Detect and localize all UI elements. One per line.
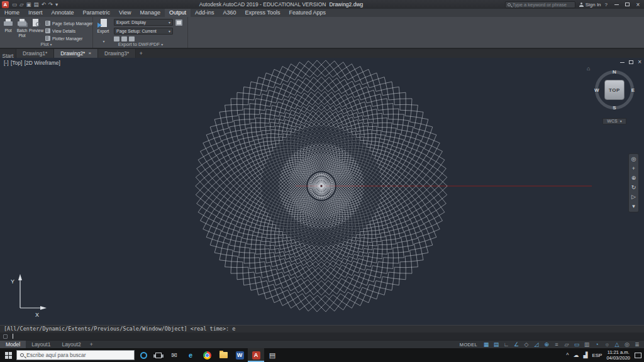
workspace-switching-icon[interactable]: ☼ [602, 341, 612, 349]
object-snap-icon[interactable]: ⊕ [541, 341, 552, 349]
taskbar-search-box[interactable]: Escribe aquí para buscar [16, 350, 135, 360]
view-control[interactable]: [Top] [11, 60, 22, 66]
layout-tab-layout2[interactable]: Layout2 [56, 341, 86, 348]
close-tab-icon[interactable]: × [88, 49, 91, 58]
hidden-icons-icon[interactable]: ^ [566, 352, 569, 358]
file-tab-drawing2[interactable]: Drawing2*× [54, 49, 98, 58]
wcs-dropdown[interactable]: WCS▾ [602, 118, 626, 124]
command-history-icon[interactable] [3, 334, 8, 339]
preview-button[interactable]: Preview [29, 18, 43, 41]
orbit-icon[interactable]: ↻ [629, 183, 638, 192]
file-tab-drawing1[interactable]: Drawing1* [16, 49, 54, 58]
maximize-button[interactable] [622, 0, 633, 9]
autocad-logo[interactable]: A [2, 1, 9, 8]
plot-button[interactable]: Plot [1, 18, 15, 41]
start-button[interactable] [0, 348, 16, 362]
transparency-icon[interactable]: ▱ [562, 341, 572, 349]
ribbon-tab-insert[interactable]: Insert [24, 9, 47, 17]
command-prompt-line[interactable]: [All/Center/Dynamic/Extents/Previous/Sca… [0, 325, 644, 332]
viewcube-west[interactable]: W [594, 87, 599, 93]
doc-restore-button[interactable] [629, 60, 633, 64]
dynamic-input-icon[interactable]: ▭ [572, 341, 582, 349]
polar-tracking-icon[interactable]: ∠ [511, 341, 521, 349]
help-search-box[interactable]: Type a keyword or phrase [505, 1, 575, 8]
snap-mode-icon[interactable]: ▤ [491, 341, 501, 349]
layout-tab-layout1[interactable]: Layout1 [26, 341, 56, 348]
task-view-button[interactable] [151, 348, 166, 362]
viewcube-north[interactable]: N [613, 69, 616, 75]
new-drawing-tab-button[interactable]: + [136, 49, 146, 58]
language-indicator[interactable]: ESP [592, 353, 602, 358]
help-icon[interactable]: ? [605, 2, 608, 8]
network-icon[interactable]: ▟ [584, 352, 588, 358]
show-motion-icon[interactable]: ▷ [629, 192, 638, 202]
ribbon-tab-featured-apps[interactable]: Featured Apps [284, 9, 330, 17]
drawing-area[interactable]: [-] [Top] [2D Wireframe] × ⌂ N W E S TOP… [0, 58, 644, 325]
ribbon-tab-home[interactable]: Home [0, 9, 24, 17]
viewcube-home-icon[interactable]: ⌂ [587, 65, 590, 72]
page-setup-dropdown[interactable]: Page Setup: Current▾ [114, 28, 173, 35]
viewcube[interactable]: ⌂ N W E S TOP [595, 70, 634, 109]
page-setup-dialog-icon[interactable] [175, 19, 182, 26]
sign-in-button[interactable]: Sign In [579, 2, 601, 8]
ribbon-tab-add-ins[interactable]: Add-ins [191, 9, 219, 17]
taskbar-app-file-explorer[interactable] [215, 348, 231, 362]
ortho-mode-icon[interactable]: ∟ [501, 341, 511, 349]
export-button[interactable]: Export ▾ [95, 18, 111, 41]
isolate-objects-icon[interactable]: ◎ [622, 341, 632, 349]
navigation-bar[interactable]: ◎+⊕↻▷▾ [628, 153, 639, 212]
minimize-button[interactable] [611, 0, 622, 9]
page-setup-manager-button[interactable]: Page Setup Manager [45, 19, 93, 27]
plot-icon[interactable]: ▤ [34, 1, 39, 8]
pan-icon[interactable]: + [629, 164, 638, 173]
isometric-drafting-icon[interactable]: ◇ [521, 341, 531, 349]
visual-style-control[interactable]: [2D Wireframe] [25, 60, 60, 66]
viewcube-south[interactable]: S [613, 105, 616, 111]
steering-wheel-icon[interactable]: ◎ [629, 155, 638, 164]
plot-panel-footer[interactable]: Plot▾ [0, 41, 92, 48]
ribbon-tab-output[interactable]: Output [165, 9, 191, 17]
grid-display-icon[interactable]: ▦ [481, 341, 491, 349]
taskbar-app-edge[interactable]: e [182, 348, 199, 362]
selection-cycling-icon[interactable]: ▥ [582, 341, 592, 349]
save-file-icon[interactable]: ▣ [26, 1, 31, 8]
close-button[interactable]: × [633, 0, 643, 9]
zoom-icon[interactable]: ⊕ [629, 173, 638, 183]
new-layout-button[interactable]: + [87, 341, 96, 348]
onedrive-icon[interactable]: ☁ [574, 352, 579, 358]
view-details-button[interactable]: View Details [45, 27, 93, 35]
doc-minimize-button[interactable] [620, 62, 625, 63]
taskbar-app-autocad[interactable]: A [248, 348, 264, 362]
batch-plot-button[interactable]: Batch Plot [15, 18, 29, 41]
taskbar-app-chrome[interactable] [199, 348, 215, 362]
taskbar-app-word[interactable]: W [231, 348, 248, 362]
layout-tab-model[interactable]: Model [0, 341, 26, 348]
object-snap-tracking-icon[interactable]: ◿ [531, 341, 541, 349]
ribbon-tab-express-tools[interactable]: Express Tools [241, 9, 285, 17]
taskbar-clock[interactable]: 11:21 a.m. 04/03/2020 [606, 349, 630, 361]
doc-close-button[interactable]: × [638, 60, 641, 65]
lineweight-icon[interactable]: ≡ [552, 341, 562, 349]
viewcube-top-face[interactable]: TOP [604, 80, 625, 100]
taskbar-app-notepad[interactable]: ▤ [264, 348, 280, 362]
viewcube-east[interactable]: E [631, 87, 635, 93]
ribbon-tab-annotate[interactable]: Annotate [47, 9, 79, 17]
command-input-line[interactable] [0, 332, 644, 340]
redo-icon[interactable]: ↷ [48, 1, 53, 8]
ribbon-tab-view[interactable]: View [114, 9, 135, 17]
quick-access-menu-icon[interactable]: ▾ [55, 1, 58, 8]
new-file-icon[interactable]: ▭ [12, 1, 17, 8]
dynamic-ucs-icon[interactable]: △ [612, 341, 622, 349]
file-tab-drawing3[interactable]: Drawing3* [98, 49, 136, 58]
undo-icon[interactable]: ↶ [42, 1, 46, 8]
model-space-label[interactable]: MODEL [460, 342, 477, 348]
annotation-visibility-icon[interactable]: ◔ [592, 341, 602, 349]
taskbar-app-mail[interactable]: ✉ [166, 348, 182, 362]
ribbon-tab-a360[interactable]: A360 [219, 9, 241, 17]
export-panel-footer[interactable]: Export to DWF/PDF▾ [94, 41, 187, 48]
action-center-icon[interactable] [635, 353, 641, 358]
customize-icon[interactable]: ≣ [632, 341, 642, 349]
ribbon-tab-manage[interactable]: Manage [135, 9, 165, 17]
cortana-button[interactable] [136, 348, 151, 362]
open-file-icon[interactable]: ▱ [19, 1, 24, 8]
